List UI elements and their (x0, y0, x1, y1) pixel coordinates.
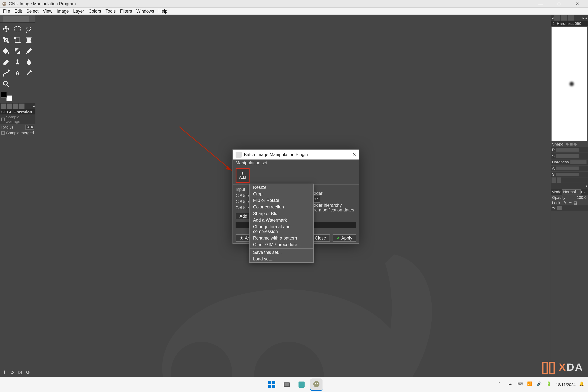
color-picker-tool[interactable] (23, 67, 34, 78)
tool-options-tabs[interactable]: ◂ (0, 103, 36, 109)
layer-item[interactable]: 👁 (551, 206, 588, 211)
menu-colors[interactable]: Colors (86, 9, 103, 14)
tray-volume-icon[interactable]: 🔊 (537, 382, 543, 388)
menu-file[interactable]: File (1, 9, 12, 14)
menu-view[interactable]: View (41, 9, 54, 14)
restore-options-icon[interactable]: ↺ (9, 370, 15, 376)
sample-merged-check[interactable] (1, 131, 5, 135)
tray-notifications-icon[interactable]: 🔔 (579, 382, 585, 388)
eraser-tool[interactable] (0, 56, 12, 67)
svg-rect-22 (272, 385, 275, 388)
menu-other-procedure[interactable]: Other GIMP procedure... (250, 241, 314, 248)
svg-rect-18 (550, 362, 554, 374)
menu-rename[interactable]: Rename with a pattern (250, 235, 314, 241)
dialog-titlebar[interactable]: Batch Image Manipulation Plugin ✕ (233, 150, 359, 160)
maximize-button[interactable]: □ (553, 1, 565, 6)
menu-image[interactable]: Image (54, 9, 71, 14)
close-button[interactable]: ✕ (571, 1, 584, 6)
add-images-button[interactable]: Add (236, 213, 251, 219)
blend-mode-select[interactable]: Normal (562, 189, 581, 194)
menu-help[interactable]: Help (156, 9, 170, 14)
svg-point-1 (3, 3, 4, 4)
lock-alpha-icon[interactable]: ▦ (574, 200, 578, 205)
svg-rect-20 (272, 381, 275, 384)
bg-color[interactable] (6, 95, 12, 102)
rect-select-tool[interactable] (12, 24, 23, 34)
menu-format[interactable]: Change format and compression (250, 223, 314, 235)
menu-windows[interactable]: Windows (134, 9, 156, 14)
tray-clock[interactable]: 18/11/2024 (556, 382, 576, 387)
manipulation-set-label: Manipulation set (233, 160, 359, 166)
save-options-icon[interactable]: ⤓ (1, 370, 7, 376)
hierarchy-label: folder hierarchy (312, 203, 356, 208)
gradient-tool[interactable] (12, 46, 23, 56)
sample-average-check[interactable] (1, 118, 5, 121)
image-tab[interactable] (3, 16, 29, 22)
start-button[interactable] (266, 378, 278, 391)
taskview-button[interactable] (280, 378, 293, 391)
radius-spinbox[interactable]: 3 ▲▼ (25, 124, 34, 130)
menu-flip-rotate[interactable]: Flip or Rotate (250, 197, 314, 204)
menu-resize[interactable]: Resize (250, 184, 314, 190)
menu-edit[interactable]: Edit (12, 9, 24, 14)
bucket-fill-tool[interactable] (0, 46, 12, 56)
transform-tool[interactable] (12, 34, 23, 46)
opacity-value[interactable]: 100.0 (577, 196, 586, 200)
plus-icon: + (241, 171, 244, 175)
menu-watermark[interactable]: Add a Watermark (250, 217, 314, 223)
taskbar-gimp[interactable] (310, 378, 322, 391)
warp-tool[interactable] (23, 34, 34, 46)
menu-color-correction[interactable]: Color correction (250, 204, 314, 210)
right-dock-tabs[interactable]: ◂ ▸ ◂ (551, 15, 588, 21)
svg-rect-3 (15, 26, 20, 32)
taskbar-app-1[interactable] (295, 378, 308, 391)
fg-color[interactable] (1, 92, 7, 98)
smudge-tool[interactable] (23, 56, 34, 67)
tray-wifi-icon[interactable]: 📶 (527, 382, 533, 388)
toolbox-dock: A ◂ GEGL Operation Sample average Radius… (0, 15, 36, 377)
menu-tools[interactable]: Tools (103, 9, 118, 14)
svg-rect-6 (19, 42, 20, 43)
color-swatch[interactable] (1, 92, 14, 102)
tray-battery-icon[interactable]: 🔋 (546, 382, 552, 388)
gimp-icon (2, 1, 7, 6)
svg-text:A: A (15, 70, 20, 76)
menu-save-set[interactable]: Save this set... (250, 249, 314, 256)
reset-options-icon[interactable]: ⟳ (25, 370, 31, 376)
add-manipulation-button[interactable]: + Add (236, 168, 250, 182)
menu-crop[interactable]: Crop (250, 190, 314, 197)
tray-chevron-icon[interactable]: ˄ (498, 382, 504, 388)
lock-position-icon[interactable]: ✛ (568, 200, 572, 205)
svg-rect-19 (268, 381, 271, 384)
svg-point-9 (8, 69, 10, 71)
crop-tool[interactable] (0, 34, 12, 46)
text-tool[interactable]: A (12, 67, 23, 78)
dialog-close-button[interactable]: ✕ (352, 152, 356, 157)
minimize-button[interactable]: — (534, 1, 547, 6)
dialog-apply-btn[interactable]: ✔Apply (333, 234, 356, 242)
lock-pixels-icon[interactable]: ✎ (563, 200, 567, 205)
free-select-tool[interactable] (23, 24, 34, 34)
toolbox: A (0, 23, 36, 90)
tool-options-header: GEGL Operation (0, 109, 36, 114)
layers-tabs[interactable]: ◂ (551, 182, 588, 189)
move-tool[interactable] (0, 24, 12, 34)
menu-load-set[interactable]: Load set... (250, 256, 314, 262)
menu-sharp-blur[interactable]: Sharp or Blur (250, 210, 314, 217)
tray-onedrive-icon[interactable]: ☁ (508, 382, 514, 388)
menu-layer[interactable]: Layer (71, 9, 86, 14)
menu-filters[interactable]: Filters (118, 9, 134, 14)
window-title: GNU Image Manipulation Program (9, 1, 534, 6)
delete-options-icon[interactable]: ⊠ (17, 370, 23, 376)
brush-preview[interactable] (552, 27, 587, 141)
svg-rect-5 (14, 37, 16, 38)
tray-language-icon[interactable]: ⌨ (518, 382, 524, 388)
path-tool[interactable] (0, 67, 12, 78)
paintbrush-tool[interactable] (23, 46, 34, 56)
clone-tool[interactable] (12, 56, 23, 67)
shape-row[interactable]: Shape: (551, 142, 588, 147)
visibility-icon[interactable]: 👁 (552, 206, 556, 210)
zoom-tool[interactable] (0, 78, 12, 89)
svg-rect-21 (268, 385, 271, 388)
menu-select[interactable]: Select (24, 9, 41, 14)
